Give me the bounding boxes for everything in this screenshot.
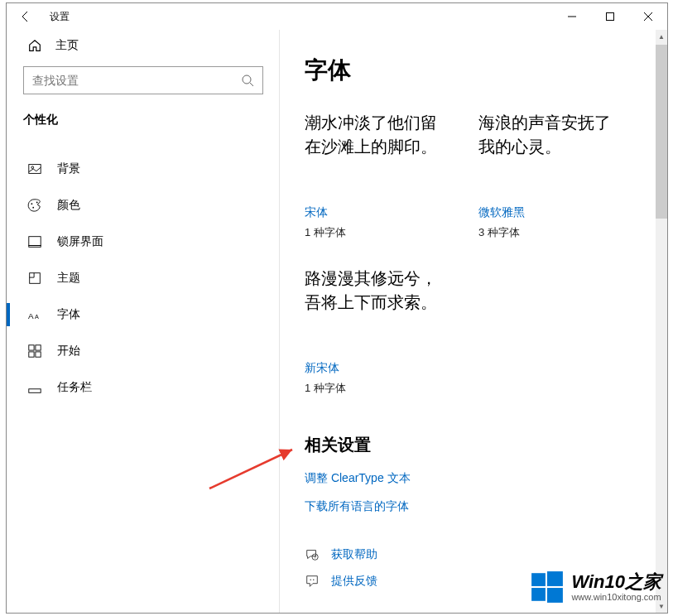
related-heading: 相关设置 bbox=[305, 434, 652, 456]
font-name: 微软雅黑 bbox=[478, 205, 619, 220]
watermark-title: Win10之家 bbox=[571, 571, 661, 592]
svg-rect-25 bbox=[547, 571, 563, 586]
svg-point-7 bbox=[32, 207, 34, 209]
close-icon bbox=[644, 12, 652, 21]
search-input[interactable] bbox=[32, 74, 241, 87]
sidebar: 主页 个性化 背景 颜色 锁屏界面 bbox=[7, 30, 272, 613]
svg-rect-1 bbox=[607, 13, 614, 21]
sidebar-item-start[interactable]: 开始 bbox=[7, 333, 255, 369]
font-sample: 海浪的声音安抚了我的心灵。 bbox=[478, 111, 619, 185]
windows-logo-icon bbox=[530, 570, 565, 604]
svg-rect-26 bbox=[532, 588, 546, 601]
search-icon bbox=[241, 74, 254, 87]
nav: 背景 颜色 锁屏界面 主题 AA 字体 bbox=[7, 142, 255, 406]
font-card-simsun[interactable]: 潮水冲淡了他们留在沙滩上的脚印。 宋体 1 种字体 bbox=[305, 111, 445, 240]
minimize-button[interactable] bbox=[553, 3, 591, 30]
svg-rect-27 bbox=[547, 588, 563, 603]
maximize-icon bbox=[606, 12, 614, 21]
svg-point-21 bbox=[310, 579, 310, 580]
nav-label: 字体 bbox=[57, 307, 80, 322]
sidebar-item-colors[interactable]: 颜色 bbox=[7, 187, 255, 224]
sidebar-home-label: 主页 bbox=[55, 38, 79, 53]
svg-text:A: A bbox=[35, 313, 39, 320]
nav-label: 开始 bbox=[57, 344, 80, 359]
svg-rect-18 bbox=[29, 389, 41, 393]
sidebar-home[interactable]: 主页 bbox=[7, 30, 255, 66]
chat-help-icon: ? bbox=[305, 547, 320, 562]
svg-text:A: A bbox=[28, 311, 34, 320]
nav-label: 主题 bbox=[57, 271, 80, 286]
scrollbar[interactable]: ▲ ▼ bbox=[656, 30, 667, 613]
sidebar-item-lockscreen[interactable]: 锁屏界面 bbox=[7, 224, 255, 260]
search-box[interactable] bbox=[23, 66, 263, 94]
font-count: 3 种字体 bbox=[478, 225, 619, 240]
svg-rect-15 bbox=[36, 345, 41, 350]
theme-icon bbox=[27, 271, 42, 286]
sidebar-item-themes[interactable]: 主题 bbox=[7, 260, 255, 296]
watermark-url: www.win10xitong.com bbox=[571, 592, 661, 603]
feedback-label: 提供反馈 bbox=[331, 574, 377, 589]
watermark: Win10之家 www.win10xitong.com bbox=[530, 570, 661, 604]
svg-rect-10 bbox=[29, 246, 41, 248]
link-cleartype[interactable]: 调整 ClearType 文本 bbox=[305, 471, 652, 486]
link-get-help[interactable]: ? 获取帮助 bbox=[305, 547, 652, 562]
font-sample: 路漫漫其修远兮，吾将上下而求索。 bbox=[305, 267, 445, 341]
svg-point-22 bbox=[313, 579, 314, 580]
scroll-thumb[interactable] bbox=[656, 45, 667, 219]
start-icon bbox=[27, 344, 42, 359]
svg-point-6 bbox=[31, 203, 33, 205]
back-button[interactable] bbox=[7, 3, 45, 30]
sidebar-item-taskbar[interactable]: 任务栏 bbox=[7, 369, 255, 406]
font-count: 1 种字体 bbox=[305, 225, 445, 240]
sidebar-item-background[interactable]: 背景 bbox=[7, 151, 255, 187]
lockscreen-icon bbox=[27, 234, 42, 249]
maximize-button[interactable] bbox=[591, 3, 629, 30]
window-controls bbox=[553, 3, 667, 30]
svg-rect-9 bbox=[29, 237, 41, 246]
svg-rect-17 bbox=[36, 352, 41, 357]
page-title: 字体 bbox=[305, 55, 652, 86]
nav-label: 背景 bbox=[57, 161, 80, 176]
font-card-nsimsun[interactable]: 路漫漫其修远兮，吾将上下而求索。 新宋体 1 种字体 bbox=[305, 267, 445, 396]
svg-rect-14 bbox=[29, 345, 34, 350]
settings-window: 设置 主页 个性化 bbox=[6, 2, 668, 614]
svg-point-8 bbox=[36, 202, 38, 204]
window-title: 设置 bbox=[45, 10, 70, 24]
sidebar-item-fonts[interactable]: AA 字体 bbox=[7, 296, 255, 333]
svg-line-3 bbox=[250, 83, 253, 86]
help-label: 获取帮助 bbox=[331, 547, 377, 562]
home-icon bbox=[27, 38, 42, 53]
nav-label: 锁屏界面 bbox=[57, 234, 103, 249]
nav-label: 颜色 bbox=[57, 198, 80, 213]
arrow-left-icon bbox=[19, 10, 32, 23]
picture-icon bbox=[27, 161, 42, 176]
font-card-yahei[interactable]: 海浪的声音安抚了我的心灵。 微软雅黑 3 种字体 bbox=[478, 111, 619, 240]
palette-icon bbox=[27, 198, 42, 213]
nav-label: 任务栏 bbox=[57, 380, 92, 395]
svg-point-2 bbox=[243, 75, 251, 84]
svg-rect-24 bbox=[532, 573, 546, 586]
close-button[interactable] bbox=[629, 3, 667, 30]
font-grid: 潮水冲淡了他们留在沙滩上的脚印。 宋体 1 种字体 海浪的声音安抚了我的心灵。 … bbox=[305, 111, 652, 396]
taskbar-icon bbox=[27, 380, 42, 395]
svg-rect-11 bbox=[30, 273, 41, 284]
feedback-icon bbox=[305, 574, 320, 589]
link-download-fonts[interactable]: 下载所有语言的字体 bbox=[305, 499, 652, 514]
svg-point-5 bbox=[31, 166, 34, 169]
scroll-up-icon[interactable]: ▲ bbox=[656, 30, 667, 43]
content: 字体 潮水冲淡了他们留在沙滩上的脚印。 宋体 1 种字体 海浪的声音安抚了我的心… bbox=[272, 30, 667, 613]
layout: 主页 个性化 背景 颜色 锁屏界面 bbox=[7, 30, 667, 613]
font-sample: 潮水冲淡了他们留在沙滩上的脚印。 bbox=[305, 111, 445, 185]
svg-rect-16 bbox=[29, 352, 34, 357]
font-count: 1 种字体 bbox=[305, 381, 445, 396]
font-icon: AA bbox=[27, 307, 42, 322]
font-name: 新宋体 bbox=[305, 361, 445, 376]
sidebar-section-title: 个性化 bbox=[7, 113, 255, 142]
font-name: 宋体 bbox=[305, 205, 445, 220]
titlebar: 设置 bbox=[7, 3, 667, 30]
minimize-icon bbox=[568, 12, 576, 21]
